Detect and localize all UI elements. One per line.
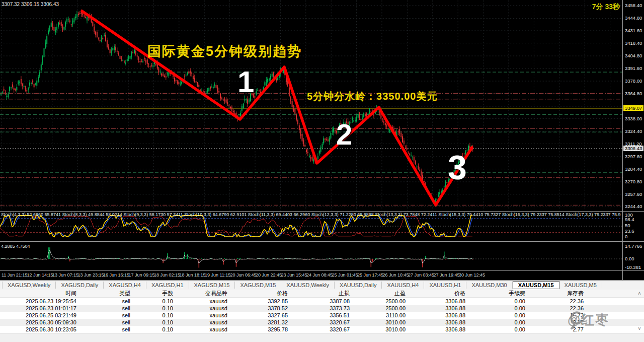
price-axis-label: 50 bbox=[625, 223, 630, 228]
table-cell: 0.10 bbox=[133, 326, 176, 333]
table-row[interactable]: 2025.06.25 03:21:49sell0.10xauusd3327.65… bbox=[0, 312, 644, 319]
time-axis-label: 24 Jun 08:45 bbox=[306, 272, 333, 278]
chart-tab-xagusd-h1[interactable]: XAGUSD,H1 bbox=[146, 282, 189, 289]
candle-countdown-timer: 7分 33秒 bbox=[579, 3, 620, 12]
time-axis: 11 Jun 21:1512 Jun 14:1513 Jun 07:1513 J… bbox=[0, 271, 622, 280]
time-axis-label: 18 Jun 02:15 bbox=[154, 272, 180, 278]
wave-label-1: 1 bbox=[237, 67, 254, 97]
chart-tab-xagusd-h4[interactable]: XAGUSD,H4 bbox=[104, 282, 146, 289]
table-cell: 3327.65 bbox=[230, 312, 291, 319]
panel-separator bbox=[0, 270, 644, 271]
table-cell: 3306.88 bbox=[409, 305, 468, 312]
watershed-annotation: 5分钟分水岭：3350.00美元 bbox=[307, 90, 437, 103]
table-cell: xauusd bbox=[176, 298, 230, 305]
table-row[interactable]: 2025.06.23 01:01:17sell0.10xauusd3378.52… bbox=[0, 305, 644, 312]
time-axis-label: 12 Jun 14:15 bbox=[27, 272, 53, 278]
time-axis-label: 20 Jun 06:45 bbox=[230, 272, 257, 278]
table-cell: 2025.06.23 01:01:17 bbox=[0, 305, 79, 312]
table-header-cell: 价格 bbox=[230, 290, 291, 297]
table-header-cell: 止盈 bbox=[353, 290, 409, 297]
chart-title-annotation: 国际黄金5分钟级别趋势 bbox=[147, 42, 302, 60]
chart-tab-xagusd-daily[interactable]: XAGUSD,Daily bbox=[56, 282, 104, 289]
table-cell: 0.00 bbox=[468, 298, 528, 305]
chart-tab-xauusd-h1[interactable]: XAUUSD,H1 bbox=[424, 282, 466, 289]
table-cell: 3373.73 bbox=[291, 305, 353, 312]
table-header-row[interactable]: 时间类型手数交易品种价格止损止盈价格手续费库存费获 bbox=[0, 290, 644, 298]
table-cell: sell bbox=[79, 319, 133, 326]
table-cell: 3320.67 bbox=[291, 326, 353, 333]
chart-tab-xagusd-m15[interactable]: XAGUSD,M15 bbox=[235, 282, 281, 289]
wave-label-3: 3 bbox=[448, 150, 467, 184]
time-axis-label: 16 Jun 16:15 bbox=[103, 272, 129, 278]
time-axis-label: 19 Jun 11:15 bbox=[205, 272, 230, 278]
time-axis-label: 26 Jun 10:45 bbox=[383, 272, 409, 278]
time-axis-label: 20 Jun 22:45 bbox=[256, 272, 282, 278]
price-axis-highlight: 3306.43 bbox=[623, 146, 643, 151]
table-cell: 3295.78 bbox=[230, 326, 291, 333]
table-cell: 2025.06.30 10:23:05 bbox=[0, 326, 79, 333]
table-cell: 0.10 bbox=[133, 319, 176, 326]
time-axis-label: 13 Jun 07:15 bbox=[52, 272, 78, 278]
main-candlestick-chart[interactable] bbox=[0, 0, 622, 211]
time-axis-label: 11 Jun 21:15 bbox=[2, 272, 27, 278]
table-cell: 2500.00 bbox=[353, 298, 409, 305]
chart-tab-xagusd-weekly[interactable]: XAGUSD,Weekly bbox=[2, 282, 56, 289]
table-row[interactable]: 2025.06.30 10:23:05sell0.10xauusd3295.78… bbox=[0, 326, 644, 333]
table-cell: 1 088.12 bbox=[587, 305, 644, 312]
table-cell: 2025.06.30 05:09:30 bbox=[0, 319, 79, 326]
table-cell: 2025.06.23 19:25:54 bbox=[0, 298, 79, 305]
table-row[interactable]: 2025.06.23 19:25:54sell0.10xauusd3392.85… bbox=[0, 298, 644, 305]
table-cell: 3392.85 bbox=[230, 298, 291, 305]
momentum-values-label: 4.2885 4.7504 bbox=[1, 244, 30, 249]
table-cell: 3378.52 bbox=[230, 305, 291, 312]
chart-tab-xauusd-m5[interactable]: XAUUSD,M5 bbox=[559, 282, 602, 289]
table-cell: sell bbox=[79, 298, 133, 305]
table-cell: 22.36 bbox=[528, 298, 587, 305]
table-cell: sell bbox=[79, 326, 133, 333]
chart-tab-xagusd-m15[interactable]: XAGUSD,M15 bbox=[189, 282, 235, 289]
chart-tab-xauusd-m30[interactable]: XAUUSD,M30 bbox=[466, 282, 512, 289]
table-header-cell: 手续费 bbox=[468, 290, 528, 297]
table-cell: 3306.88 bbox=[409, 326, 468, 333]
scroll-down-arrow[interactable]: ˅ bbox=[636, 326, 643, 331]
table-cell: xauusd bbox=[176, 305, 230, 312]
table-header-cell: 止损 bbox=[291, 290, 353, 297]
price-axis-label: 3324.40 bbox=[625, 128, 642, 134]
table-cell: 0.00 bbox=[468, 319, 528, 326]
price-axis-label: 3404.80 bbox=[625, 53, 642, 58]
table-cell: 3306.88 bbox=[409, 298, 468, 305]
time-axis-label: 27 Jun 03:45 bbox=[408, 272, 434, 278]
ohlc-info: 3307.32 3306.15 3306.43 bbox=[2, 2, 59, 7]
chart-tab-xauusd-m15[interactable]: XAUUSD,M15 bbox=[513, 281, 559, 289]
time-axis-label: 17 Jun 09:15 bbox=[129, 272, 155, 278]
table-cell: 0.10 bbox=[133, 305, 176, 312]
scroll-up-arrow[interactable]: ˄ bbox=[636, 291, 643, 296]
momentum-indicator-panel[interactable] bbox=[0, 242, 622, 270]
price-axis-label: 3418.40 bbox=[625, 40, 642, 46]
table-cell: 0.00 bbox=[468, 326, 528, 333]
price-axis-label: 3284.40 bbox=[625, 166, 642, 172]
price-axis-label: 14.7766 bbox=[625, 243, 642, 249]
price-axis-highlight: 3349.07 bbox=[623, 105, 643, 111]
panel-separator[interactable] bbox=[0, 241, 644, 242]
price-axis-label: 0.00 bbox=[625, 256, 634, 261]
table-cell: 0.00 bbox=[468, 312, 528, 319]
price-axis: 3458.403444.803431.603418.403404.803391.… bbox=[622, 0, 644, 280]
table-cell: 3306.88 bbox=[409, 312, 468, 319]
chart-tab-bar: XAGUSD,WeeklyXAGUSD,DailyXAGUSD,H4XAGUSD… bbox=[0, 280, 644, 290]
price-axis-label: 23.6 bbox=[625, 228, 634, 234]
table-row[interactable]: 2025.06.30 05:09:30sell0.10xauusd3281.32… bbox=[0, 319, 644, 326]
price-axis-label: 3444.80 bbox=[625, 15, 642, 21]
price-axis-label: 3244.40 bbox=[625, 203, 642, 209]
chart-tab-xauusd-h4[interactable]: XAUUSD,H4 bbox=[382, 282, 424, 289]
chart-tab-xauusd-weekly[interactable]: XAUUSD,Weekly bbox=[281, 282, 335, 289]
table-cell: sell bbox=[79, 312, 133, 319]
price-axis-label: 3364.80 bbox=[625, 91, 642, 96]
chart-tab-xauusd-daily[interactable]: XAUUSD,Daily bbox=[335, 282, 382, 289]
table-header-cell: 类型 bbox=[79, 290, 133, 297]
price-axis-label: 3458.40 bbox=[625, 3, 642, 8]
table-cell: xauusd bbox=[176, 319, 230, 326]
table-header-cell: 时间 bbox=[0, 290, 79, 297]
panel-separator[interactable] bbox=[0, 211, 644, 212]
watermark: @红枣 bbox=[568, 311, 609, 329]
